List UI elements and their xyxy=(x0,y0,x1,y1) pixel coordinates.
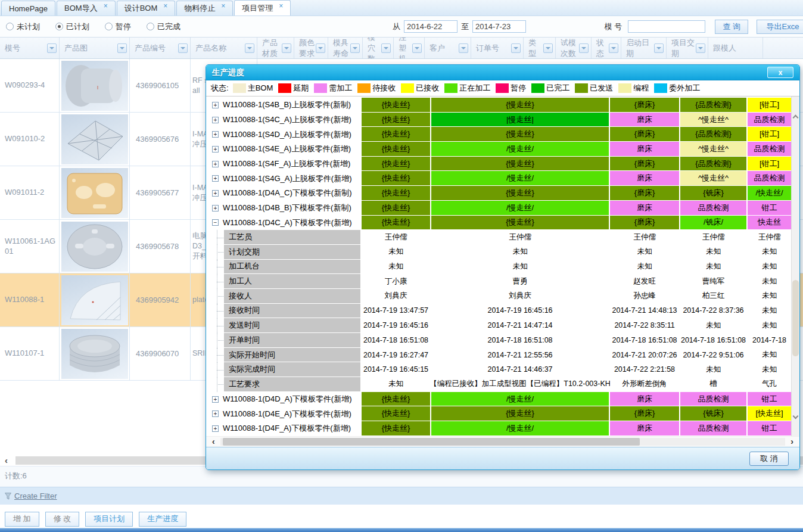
detail-name-cell: 工艺员 xyxy=(206,230,362,245)
dialog-close-button[interactable]: x xyxy=(767,67,793,78)
status-cell: /慢走丝/ xyxy=(431,142,609,156)
expand-icon[interactable]: + xyxy=(212,175,219,182)
radio-3[interactable]: 已完成 xyxy=(147,21,180,32)
filter-dropdown-button[interactable] xyxy=(245,43,254,53)
date-to-input[interactable] xyxy=(472,20,526,33)
status-cell: {快走丝} xyxy=(362,186,430,200)
part-name: W110088-1(D4E_A)下模板零件(新增) xyxy=(223,409,351,419)
dialog-vertical-scrollbar[interactable] xyxy=(791,97,799,436)
filter-dropdown-button[interactable] xyxy=(350,43,360,53)
expand-icon[interactable]: + xyxy=(212,425,219,432)
part-row[interactable]: +W110088-1(S4G_A)上脱板零件(新增){快走丝}/慢走丝/磨床^慢… xyxy=(206,171,791,186)
tab-close-icon[interactable]: × xyxy=(279,2,283,10)
product-image-cell xyxy=(60,327,130,380)
filter-dropdown-button[interactable] xyxy=(654,43,664,53)
filter-dropdown-button[interactable] xyxy=(47,43,57,53)
expand-icon[interactable]: + xyxy=(212,396,219,403)
expand-icon[interactable]: + xyxy=(212,190,219,197)
filter-dropdown-button[interactable] xyxy=(579,43,589,53)
expand-icon[interactable]: + xyxy=(212,146,219,153)
expand-icon[interactable]: + xyxy=(212,205,219,211)
add-button[interactable]: 增 加 xyxy=(5,512,39,527)
detail-value: 王仲儒 xyxy=(680,230,746,244)
tab-close-icon[interactable]: × xyxy=(221,2,225,10)
radio-2[interactable]: 暂停 xyxy=(105,21,131,32)
scroll-left-icon[interactable]: ‹ xyxy=(5,455,8,465)
part-row[interactable]: +W110088-1(S4C_A)上脱板零件(新增){快走丝}|慢走丝|磨床^慢… xyxy=(206,113,791,127)
status-cell: {慢走丝} xyxy=(431,98,609,112)
product-image-cell xyxy=(60,166,130,219)
part-row[interactable]: +W110088-1(S4E_A)上脱板零件(新增){快走丝}/慢走丝/磨床^慢… xyxy=(206,142,791,157)
tab-close-icon[interactable]: × xyxy=(163,2,167,10)
scroll-right-icon[interactable]: › xyxy=(790,437,793,447)
mold-number-input[interactable] xyxy=(628,20,705,33)
filter-dropdown-button[interactable] xyxy=(511,43,521,53)
part-row[interactable]: +W110088-1(D4E_A)下模板零件(新增){快走丝}{慢走丝}{磨床}… xyxy=(206,406,791,421)
chevron-down-icon xyxy=(611,47,616,52)
radio-0[interactable]: 未计划 xyxy=(6,21,40,32)
detail-value: 槽 xyxy=(680,377,746,391)
filter-dropdown-button[interactable] xyxy=(696,43,705,53)
filter-dropdown-button[interactable] xyxy=(178,43,188,53)
tab-2[interactable]: 设计BOM× xyxy=(117,1,176,15)
scroll-up-icon[interactable] xyxy=(793,115,799,121)
part-row[interactable]: +W110088-1(S4B_B)上脱板零件(新制){快走丝}{慢走丝}{磨床}… xyxy=(206,98,791,113)
filter-dropdown-button[interactable] xyxy=(412,43,422,53)
column-header: 启动日期 xyxy=(621,38,667,58)
filter-dropdown-button[interactable] xyxy=(609,43,618,53)
production-progress-button[interactable]: 生产进度 xyxy=(139,512,186,527)
expand-icon[interactable]: + xyxy=(212,131,219,138)
legend-label: 已完工 xyxy=(546,83,569,94)
search-button[interactable]: 查 询 xyxy=(715,20,748,34)
part-row[interactable]: +W110088-1(D4A_C)下模板零件(新制){快走丝}{慢走丝}{磨床}… xyxy=(206,186,791,201)
tab-close-icon[interactable]: × xyxy=(104,2,108,10)
part-row[interactable]: −W110088-1(D4C_A)下模板零件(新增){快走丝}{慢走丝}{磨床}… xyxy=(206,216,791,231)
filter-funnel-icon xyxy=(5,493,11,500)
column-header: 跟模人 xyxy=(708,38,763,58)
tab-0[interactable]: HomePage xyxy=(1,1,55,15)
filter-dropdown-button[interactable] xyxy=(282,43,291,53)
part-row[interactable]: +W110088-1(D4B_B)下模板零件(新制){快走丝}/慢走丝/磨床品质… xyxy=(206,201,791,216)
filter-dropdown-button[interactable] xyxy=(117,43,127,53)
filter-dropdown-button[interactable] xyxy=(543,43,553,53)
tab-1[interactable]: BOM导入× xyxy=(57,1,116,15)
column-label: 模穴数 xyxy=(368,38,381,58)
tab-3[interactable]: 物料停止× xyxy=(176,1,233,15)
dialog-horizontal-scrollbar[interactable]: ‹ › xyxy=(206,436,799,447)
modify-button[interactable]: 修 改 xyxy=(45,512,80,527)
tab-4[interactable]: 项目管理× xyxy=(234,0,291,15)
legend-swatch xyxy=(575,83,588,93)
export-excel-button[interactable]: 导出Exce xyxy=(757,20,803,34)
column-header: 类型 xyxy=(524,38,556,58)
cancel-button[interactable]: 取 消 xyxy=(749,452,789,466)
scroll-left-icon[interactable]: ‹ xyxy=(212,437,215,447)
detail-label: 计划交期 xyxy=(224,245,360,259)
scrollbar-thumb[interactable] xyxy=(223,438,640,446)
part-row[interactable]: +W110088-1(S4F_A)上脱板零件(新增){快走丝}{慢走丝}{磨床}… xyxy=(206,157,791,172)
detail-value: 未知 xyxy=(362,260,430,274)
radio-label: 已计划 xyxy=(66,21,89,32)
scroll-down-icon[interactable] xyxy=(793,413,799,419)
product-image-cell xyxy=(60,113,130,166)
product-number-cell: 4369905677 xyxy=(130,166,191,219)
part-row[interactable]: +W110088-1(D4F_A)下模板零件(新增){快走丝}/慢走丝/磨床品质… xyxy=(206,421,791,436)
expand-icon[interactable]: + xyxy=(212,102,219,108)
part-row[interactable]: +W110088-1(D4D_A)下模板零件(新增){快走丝}/慢走丝/磨床品质… xyxy=(206,392,791,407)
expand-icon[interactable]: + xyxy=(212,117,219,123)
date-from-input[interactable] xyxy=(404,20,457,33)
filter-dropdown-button[interactable] xyxy=(316,43,325,53)
expand-icon[interactable]: + xyxy=(212,410,219,417)
create-filter-link[interactable]: Create Filter xyxy=(14,491,57,500)
project-plan-button[interactable]: 项目计划 xyxy=(85,512,133,527)
radio-circle-icon xyxy=(55,23,63,30)
filter-dropdown-button[interactable] xyxy=(459,43,468,53)
scrollbar-thumb[interactable] xyxy=(792,280,799,356)
scrollbar-track[interactable] xyxy=(220,438,785,446)
expand-icon[interactable]: + xyxy=(212,161,219,167)
status-cell: 磨床 xyxy=(610,421,679,435)
filter-dropdown-button[interactable] xyxy=(381,43,391,53)
status-cell: |慢走丝| xyxy=(431,113,609,127)
collapse-icon[interactable]: − xyxy=(212,219,219,226)
part-row[interactable]: +W110088-1(S4D_A)上脱板零件(新增){快走丝}{慢走丝}{磨床}… xyxy=(206,127,791,142)
radio-1[interactable]: 已计划 xyxy=(55,21,89,32)
